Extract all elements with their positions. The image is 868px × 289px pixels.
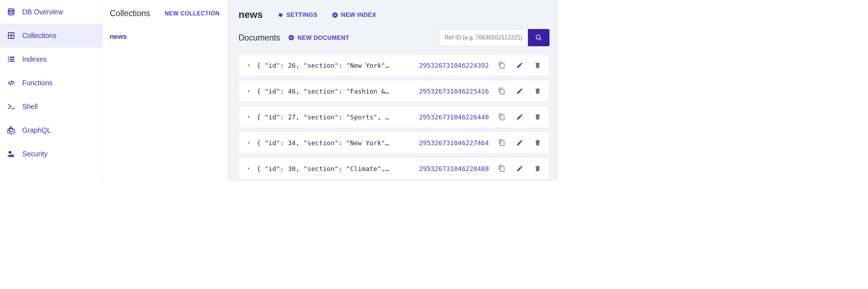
copy-button[interactable]	[498, 139, 505, 146]
plus-circle-icon	[332, 12, 338, 18]
sidebar-item-db-overview[interactable]: DB Overview	[0, 0, 102, 24]
trash-icon	[534, 113, 541, 120]
pencil-icon	[516, 165, 523, 172]
document-row: { "id": 27, "section": "Sports", "headli…	[239, 106, 549, 128]
new-document-button[interactable]: NEW DOCUMENT	[288, 34, 349, 41]
chevron-right-icon	[247, 63, 251, 67]
ref-id-search-input[interactable]	[439, 29, 528, 46]
document-actions	[498, 139, 541, 146]
sidebar-item-indexes[interactable]: Indexes	[0, 47, 102, 71]
delete-button[interactable]	[534, 165, 541, 172]
trash-icon	[534, 62, 541, 69]
search-button[interactable]	[528, 29, 549, 46]
trash-icon	[534, 87, 541, 95]
sidebar-item-label: Shell	[22, 103, 38, 111]
copy-button[interactable]	[498, 165, 505, 172]
sidebar-item-functions[interactable]: Functions	[0, 71, 102, 95]
document-preview[interactable]: { "id": 46, "section": "Fashion & Style"…	[257, 87, 390, 95]
document-row: { "id": 30, "section": "Climate", "headl…	[239, 157, 549, 180]
settings-label: SETTINGS	[287, 11, 318, 18]
document-preview[interactable]: { "id": 26, "section": "New York", "head…	[257, 62, 390, 69]
sidebar-item-graphql[interactable]: GraphQL	[0, 118, 102, 142]
users-lock-icon	[6, 149, 16, 158]
pencil-icon	[516, 113, 523, 120]
main-content: news SETTINGS NEW INDEX Documents NEW DO…	[228, 0, 558, 181]
document-ref-id[interactable]: 295326731046228488	[419, 165, 489, 172]
code-icon	[6, 78, 16, 87]
collections-title: Collections	[110, 9, 150, 18]
copy-icon	[498, 113, 505, 120]
documents-header: Documents NEW DOCUMENT	[239, 29, 549, 46]
collection-item-news[interactable]: news	[103, 27, 227, 46]
copy-icon	[498, 139, 505, 146]
chevron-right-icon	[247, 115, 251, 119]
document-ref-id[interactable]: 295326731046225416	[419, 87, 489, 95]
plus-circle-icon	[288, 34, 294, 41]
document-row: { "id": 26, "section": "New York", "head…	[239, 54, 549, 76]
delete-button[interactable]	[534, 113, 541, 120]
pencil-icon	[516, 139, 523, 146]
sidebar-item-label: GraphQL	[22, 126, 51, 134]
document-ref-id[interactable]: 295326731046224392	[419, 62, 489, 69]
terminal-icon	[6, 102, 16, 111]
collections-header: Collections NEW COLLECTION	[103, 9, 227, 27]
gear-icon	[277, 12, 284, 18]
sidebar-item-shell[interactable]: Shell	[0, 95, 102, 118]
delete-button[interactable]	[534, 62, 541, 69]
document-preview[interactable]: { "id": 30, "section": "Climate", "headl…	[257, 165, 390, 172]
expand-toggle[interactable]	[247, 141, 251, 145]
document-preview[interactable]: { "id": 34, "section": "New York", "head…	[257, 139, 390, 147]
expand-toggle[interactable]	[247, 63, 251, 67]
chevron-right-icon	[247, 166, 251, 171]
document-actions	[498, 62, 541, 69]
search-group	[439, 29, 549, 46]
pencil-icon	[516, 62, 523, 69]
collections-panel: Collections NEW COLLECTION news	[103, 0, 228, 181]
document-row: { "id": 34, "section": "New York", "head…	[239, 132, 549, 154]
list-icon	[6, 55, 16, 64]
document-ref-id[interactable]: 295326731046227464	[419, 139, 489, 147]
copy-icon	[498, 87, 505, 95]
edit-button[interactable]	[516, 113, 523, 120]
settings-button[interactable]: SETTINGS	[277, 11, 318, 18]
search-icon	[535, 34, 542, 41]
sidebar-item-security[interactable]: Security	[0, 142, 102, 166]
chevron-right-icon	[247, 141, 251, 145]
sidebar-item-label: Functions	[22, 79, 53, 87]
trash-icon	[534, 139, 541, 146]
copy-button[interactable]	[498, 87, 505, 95]
documents-title: Documents	[239, 33, 280, 43]
edit-button[interactable]	[516, 139, 523, 146]
document-actions	[498, 165, 541, 172]
document-row: { "id": 46, "section": "Fashion & Style"…	[239, 80, 549, 102]
expand-toggle[interactable]	[247, 166, 251, 171]
sidebar-item-label: Indexes	[22, 55, 47, 63]
copy-button[interactable]	[498, 113, 505, 120]
copy-button[interactable]	[498, 62, 505, 69]
document-ref-id[interactable]: 295326731046226440	[419, 113, 489, 121]
pencil-icon	[516, 87, 523, 95]
document-list: { "id": 26, "section": "New York", "head…	[239, 54, 549, 180]
graphql-icon	[6, 125, 16, 135]
expand-toggle[interactable]	[247, 89, 251, 93]
copy-icon	[498, 165, 505, 172]
new-index-label: NEW INDEX	[341, 11, 376, 18]
sidebar-item-collections[interactable]: Collections	[0, 24, 102, 47]
edit-button[interactable]	[516, 87, 523, 95]
edit-button[interactable]	[516, 62, 523, 69]
collection-name-title: news	[239, 9, 263, 20]
grid-icon	[6, 31, 16, 40]
delete-button[interactable]	[534, 139, 541, 146]
trash-icon	[534, 165, 541, 172]
sidebar: DB Overview Collections Indexes Function…	[0, 0, 103, 181]
document-preview[interactable]: { "id": 27, "section": "Sports", "headli…	[257, 113, 390, 121]
new-index-button[interactable]: NEW INDEX	[332, 11, 376, 18]
main-header: news SETTINGS NEW INDEX	[239, 9, 549, 20]
documents-header-left: Documents NEW DOCUMENT	[239, 33, 349, 43]
chevron-right-icon	[247, 89, 251, 93]
document-actions	[498, 113, 541, 120]
new-collection-button[interactable]: NEW COLLECTION	[165, 10, 220, 17]
edit-button[interactable]	[516, 165, 523, 172]
expand-toggle[interactable]	[247, 115, 251, 119]
delete-button[interactable]	[534, 87, 541, 95]
